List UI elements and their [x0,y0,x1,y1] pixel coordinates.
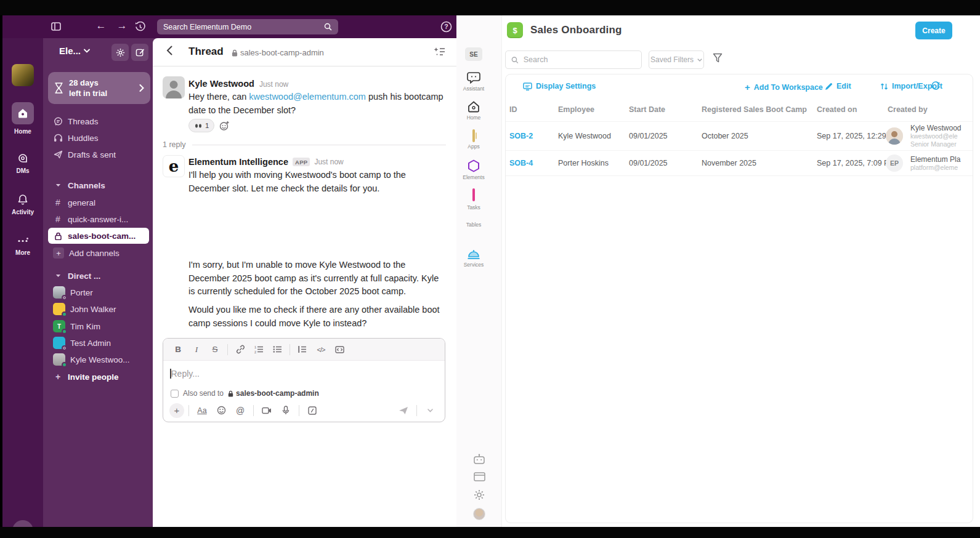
help-icon[interactable]: ? [439,19,453,34]
browser-window-icon[interactable] [456,472,502,481]
message-timestamp[interactable]: Just now [314,158,343,166]
channel-general[interactable]: # general [48,195,149,211]
activity-nav-button[interactable] [12,188,34,211]
message-timestamp[interactable]: Just now [259,80,288,89]
edit-button[interactable]: Edit [825,82,851,90]
column-header-createdon[interactable]: Created on [817,105,857,114]
dms-section-header[interactable]: Direct ... [48,268,149,284]
column-header-id[interactable]: ID [509,105,517,114]
link-icon[interactable] [232,342,249,358]
back-icon[interactable]: ← [94,19,108,33]
code-icon[interactable]: </> [312,342,330,358]
add-reaction-button[interactable] [219,121,230,131]
emoji-icon[interactable] [213,403,230,419]
dm-tim-kim[interactable]: T Tim Kim [48,318,149,334]
rail-item-tasks[interactable]: Tasks [456,190,491,211]
dm-john-walker[interactable]: John Walker [48,301,149,317]
user-avatar[interactable] [456,508,502,520]
reply-input[interactable]: Reply... [170,368,200,379]
dm-porter[interactable]: Porter [48,284,149,300]
attach-plus-button[interactable]: + [169,403,184,418]
table-row[interactable]: SOB-4 Porter Hoskins 09/01/2025 November… [506,151,973,175]
record-id-link[interactable]: SOB-2 [509,132,533,140]
thread-header: Thread sales-boot-camp-admin [153,38,456,66]
sidebar-item-drafts[interactable]: Drafts & sent [48,147,149,163]
workspace-switcher[interactable]: Ele... [59,46,90,56]
sidebar-item-huddles[interactable]: Huddles [48,130,149,146]
create-new-button[interactable]: + [12,520,33,527]
trial-banner[interactable]: 28 days left in trial [48,72,150,104]
record-id-link[interactable]: SOB-4 [509,159,533,167]
add-channels-button[interactable]: + Add channels [48,245,149,261]
workspace-avatar[interactable] [12,64,34,86]
robot-icon[interactable] [456,454,502,465]
workspace-badge[interactable]: SE [465,47,482,61]
thread-options-icon[interactable] [433,46,445,57]
more-icon [17,238,29,243]
channel-sales-boot-camp[interactable]: sales-boot-cam... [48,228,149,244]
app-message-avatar[interactable]: e [163,155,185,177]
channels-section-header[interactable]: Channels [48,177,149,193]
mic-icon[interactable] [277,403,294,419]
sidebar-item-threads[interactable]: Threads [48,113,149,129]
sidebar-toggle-icon[interactable] [49,20,63,33]
invite-people-button[interactable]: + Invite people [48,369,149,385]
column-header-createdby[interactable]: Created by [888,105,928,114]
bullet-list-icon[interactable] [269,342,286,358]
column-header-startdate[interactable]: Start Date [629,105,665,114]
format-toggle-button[interactable]: Aa [193,403,211,419]
sidebar-settings-button[interactable] [111,44,129,61]
blockquote-icon[interactable] [294,342,311,358]
table-row[interactable]: SOB-2 Kyle Westwood 09/01/2025 October 2… [506,122,973,150]
back-chevron-icon[interactable] [166,46,172,55]
italic-icon[interactable]: I [188,342,205,358]
eyes-reaction-pill[interactable]: 1 [188,119,214,132]
search-input[interactable] [524,55,636,64]
history-icon[interactable] [133,20,147,33]
message-avatar[interactable] [163,76,185,98]
bold-icon[interactable]: B [169,342,187,358]
dms-nav-button[interactable] [12,147,34,169]
message-author[interactable]: Kyle Westwood [188,79,254,89]
ordered-list-icon[interactable]: 12 [250,342,267,358]
chevron-right-icon [139,84,144,92]
forward-icon[interactable]: → [115,19,129,33]
channel-quick-answer[interactable]: # quick-answer-i... [48,211,149,227]
create-button[interactable]: Create [915,22,952,39]
filter-funnel-icon[interactable] [713,53,723,63]
column-header-bootcamp[interactable]: Registered Sales Boot Camp [702,105,807,114]
message-author[interactable]: Elementum Intelligence [188,157,288,167]
send-options-chevron-icon[interactable] [421,403,439,419]
thread-channel[interactable]: sales-boot-camp-admin [232,48,324,57]
global-search-bar[interactable]: Search Elementum Demo [157,19,338,34]
invite-people-label: Invite people [68,372,119,382]
rail-item-assistant[interactable]: Assistant [456,71,491,92]
rail-item-tables[interactable]: Tables [456,220,491,228]
add-to-workspace-button[interactable]: + Add To Workspace [745,82,823,92]
slash-command-icon[interactable] [304,403,321,419]
table-search-box[interactable] [505,50,642,69]
dm-test-admin[interactable]: Test Admin [48,335,149,351]
mention-icon[interactable]: @ [232,403,249,419]
saved-filters-dropdown[interactable]: Saved Filters [649,50,704,69]
compose-button[interactable] [131,44,148,61]
code-block-icon[interactable] [331,342,348,358]
refresh-icon[interactable] [931,81,941,91]
dm-kyle-westwood[interactable]: Kyle Westwoo... [48,351,149,367]
rail-item-elements[interactable]: Elements [456,159,491,180]
column-header-employee[interactable]: Employee [558,105,594,114]
rail-item-home[interactable]: Home [456,101,491,121]
also-send-checkbox[interactable] [171,390,179,398]
more-nav-button[interactable] [12,229,34,251]
rail-item-services[interactable]: Services [456,249,491,268]
settings-gear-icon[interactable] [456,489,502,500]
tasks-icon [472,188,475,201]
video-icon[interactable] [258,403,275,419]
send-icon[interactable] [395,403,412,419]
display-settings-button[interactable]: Display Settings [523,82,596,90]
email-link[interactable]: kwestwood@elementum.com [249,92,366,102]
rail-item-apps[interactable]: Apps [456,130,491,150]
home-nav-button[interactable] [12,102,34,124]
reply-composer[interactable]: B I S 12 [163,338,445,422]
strikethrough-icon[interactable]: S [206,342,224,358]
